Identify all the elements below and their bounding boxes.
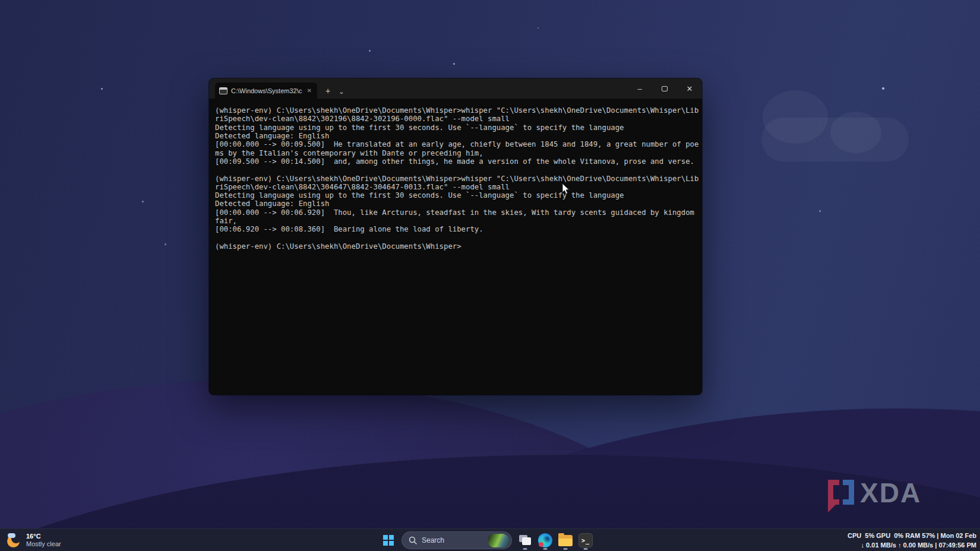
folder-icon (558, 535, 573, 546)
xda-watermark: XDA (828, 480, 921, 506)
mouse-cursor (562, 183, 571, 196)
search-highlight-image[interactable] (488, 534, 509, 547)
tab-dropdown-chevron-icon[interactable]: ⌄ (339, 87, 344, 96)
terminal-line: [00:09.500 --> 00:14.500] and, among oth… (215, 157, 702, 166)
running-indicator (543, 548, 548, 550)
search-icon (409, 536, 417, 544)
weather-condition: Mostly clear (26, 540, 61, 548)
terminal-line: riSpeech\dev-clean\8842\302196\8842-3021… (215, 115, 702, 123)
running-indicator (523, 548, 527, 550)
terminal-window: C:\Windows\System32\cmd.e ✕ + ⌄ – ✕ (whi… (209, 78, 702, 395)
xda-watermark-text: XDA (860, 480, 921, 506)
terminal-line: fair, (215, 217, 702, 225)
terminal-output[interactable]: (whisper-env) C:\Users\shekh\OneDrive\Do… (209, 99, 702, 395)
star (142, 201, 144, 202)
file-explorer-button[interactable] (556, 531, 575, 549)
taskbar: 16°C Mostly clear >_ (0, 528, 980, 551)
cloud (761, 118, 909, 162)
terminal-icon: >_ (578, 533, 593, 547)
terminal-line (215, 166, 702, 174)
terminal-line: ms by the Italian's contemporary with Da… (215, 149, 702, 157)
maximize-icon (662, 86, 668, 91)
running-indicator (564, 548, 568, 550)
weather-widget[interactable]: 16°C Mostly clear (6, 531, 61, 550)
start-button[interactable] (380, 533, 397, 548)
windows-logo-icon (383, 535, 394, 546)
tray-net-line: ↓ 0.01 MB/s ↑ 0.00 MB/s | 07:49:56 PM (848, 540, 976, 550)
maximize-button[interactable] (652, 78, 677, 99)
task-view-icon (519, 535, 531, 546)
moon-cloud-icon (6, 533, 21, 548)
minimize-button[interactable]: – (627, 78, 652, 99)
search-input[interactable] (422, 536, 483, 544)
star (101, 88, 103, 90)
terminal-tab[interactable]: C:\Windows\System32\cmd.e ✕ (215, 83, 317, 99)
star (369, 50, 371, 52)
close-button[interactable]: ✕ (677, 78, 702, 99)
terminal-line: [00:00.000 --> 00:06.920] Thou, like Arc… (215, 208, 702, 217)
terminal-line: (whisper-env) C:\Users\shekh\OneDrive\Do… (215, 106, 702, 115)
edge-icon (538, 533, 552, 547)
terminal-line: Detecting language using up to the first… (215, 191, 702, 200)
star (453, 63, 455, 65)
edge-browser-button[interactable] (536, 531, 555, 549)
tray-stats-line: CPU 5% GPU 0% RAM 57% | Mon 02 Feb (848, 531, 976, 540)
task-view-button[interactable] (516, 531, 535, 549)
terminal-line: Detected language: English (215, 132, 702, 140)
star (882, 87, 884, 90)
terminal-taskbar-button[interactable]: >_ (576, 531, 595, 549)
star (538, 27, 539, 28)
weather-temperature: 16°C (26, 533, 61, 540)
star (165, 243, 166, 245)
terminal-line: [00:06.920 --> 00:08.360] Bearing alone … (215, 225, 702, 233)
xda-brackets-icon (828, 480, 854, 506)
terminal-line: (whisper-env) C:\Users\shekh\OneDrive\Do… (215, 242, 702, 251)
terminal-line: (whisper-env) C:\Users\shekh\OneDrive\Do… (215, 175, 702, 183)
system-tray-stats[interactable]: CPU 5% GPU 0% RAM 57% | Mon 02 Feb ↓ 0.0… (848, 531, 976, 550)
terminal-line: Detected language: English (215, 200, 702, 208)
terminal-line: Detecting language using up to the first… (215, 124, 702, 132)
search-box[interactable] (402, 531, 512, 549)
cmd-icon (219, 87, 227, 94)
new-tab-button[interactable]: + (325, 86, 330, 96)
tab-close-icon[interactable]: ✕ (306, 87, 313, 94)
star (819, 210, 821, 212)
terminal-tab-title: C:\Windows\System32\cmd.e (231, 87, 302, 94)
running-indicator (584, 548, 588, 550)
terminal-line: riSpeech\dev-clean\8842\304647\8842-3046… (215, 183, 702, 191)
terminal-titlebar[interactable]: C:\Windows\System32\cmd.e ✕ + ⌄ – ✕ (209, 78, 702, 99)
terminal-line (215, 234, 702, 242)
terminal-line: [00:00.000 --> 00:09.500] He translated … (215, 140, 702, 148)
notification-badge (539, 542, 543, 547)
